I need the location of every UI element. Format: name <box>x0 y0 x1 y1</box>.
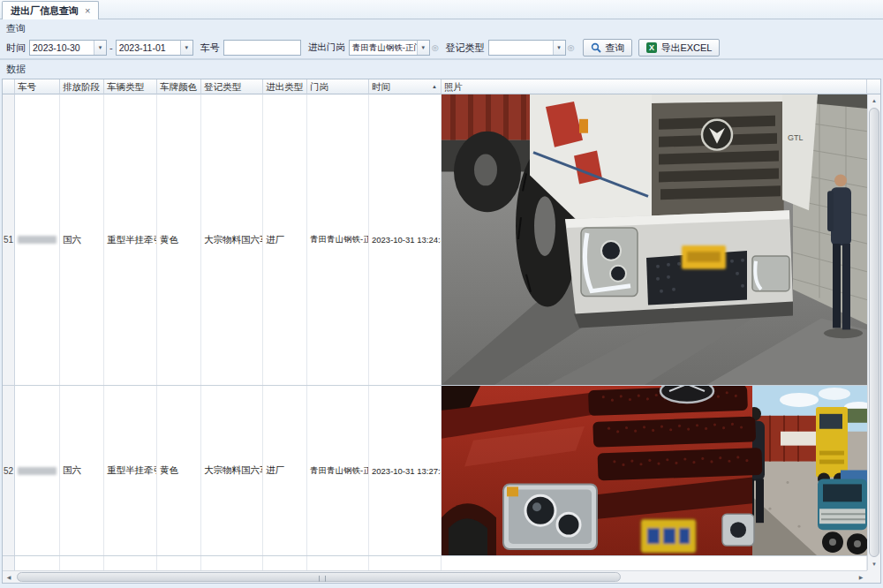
query-panel: 查询 时间 2023-10-30 ▾ - 2023-11-01 ▾ 车号 进出门… <box>0 19 883 60</box>
table-row[interactable]: 51 国六 重型半挂牵引车 黄色 大宗物料国六车 进厂 青田青山钢铁-正门 20… <box>3 94 880 386</box>
row-number-header <box>3 79 15 94</box>
redacted-plate <box>18 467 57 475</box>
scrollbar-corner <box>867 570 880 583</box>
plate-color-cell: 黄色 <box>157 94 201 385</box>
tab-entry-exit-query[interactable]: 进出厂信息查询 × <box>2 1 99 19</box>
gate-cell: 青田青山钢铁-正门 <box>307 386 369 555</box>
header-filler <box>867 79 880 94</box>
clear-icon[interactable]: ◎ <box>432 43 439 52</box>
truck-photo-2 <box>442 386 867 555</box>
search-button-label: 查询 <box>605 41 624 55</box>
chevron-down-icon[interactable]: ▾ <box>94 41 106 55</box>
time-cell: 2023-10-31 13:24:47 <box>369 94 442 385</box>
scroll-down-icon[interactable]: ▼ <box>868 558 880 570</box>
plate-cell <box>15 386 60 555</box>
data-panel: 数据 车号 排放阶段 车辆类型 车牌颜色 登记类型 进出类型 门岗 时间 ▲ 照… <box>0 60 883 588</box>
vehicle-type-cell: 重型半挂牵引车 <box>104 386 157 555</box>
reg-type-cell: 大宗物料国六车 <box>201 386 263 555</box>
plate-input[interactable] <box>223 40 301 56</box>
date-from-value: 2023-10-30 <box>30 42 94 53</box>
chevron-down-icon[interactable]: ▾ <box>417 41 429 55</box>
col-header-time[interactable]: 时间 ▲ <box>369 79 442 94</box>
gate-cell: 青田青山钢铁-正门 <box>307 94 369 385</box>
query-fields-row: 时间 2023-10-30 ▾ - 2023-11-01 ▾ 车号 进出门岗 青… <box>6 39 720 57</box>
results-grid: 车号 排放阶段 车辆类型 车牌颜色 登记类型 进出类型 门岗 时间 ▲ 照片 5… <box>2 79 881 584</box>
vehicle-type-cell: 重型半挂牵引车 <box>104 94 157 385</box>
svg-text:GTL: GTL <box>788 133 804 142</box>
search-icon <box>591 42 601 53</box>
clear-icon[interactable]: ◎ <box>568 43 575 52</box>
time-cell: 2023-10-31 13:27:40 <box>369 386 442 555</box>
scroll-thumb-grip <box>319 576 326 582</box>
scroll-left-icon[interactable]: ◀ <box>3 571 15 583</box>
data-group-title: 数据 <box>6 63 26 76</box>
plate-cell <box>15 94 60 385</box>
inout-type-cell: 进厂 <box>263 386 307 555</box>
horizontal-scroll-thumb[interactable] <box>17 572 621 582</box>
truck-photo-white-foton: GTL <box>442 94 867 385</box>
close-icon[interactable]: × <box>85 6 90 16</box>
plate-color-cell: 黄色 <box>157 386 201 555</box>
truck-photo-1: GTL <box>442 94 867 385</box>
col-header-reg-type[interactable]: 登记类型 <box>201 79 263 94</box>
grid-header-row: 车号 排放阶段 车辆类型 车牌颜色 登记类型 进出类型 门岗 时间 ▲ 照片 <box>3 79 880 94</box>
search-button[interactable]: 查询 <box>583 39 632 57</box>
horizontal-scrollbar[interactable]: ◀ ▶ <box>3 570 867 583</box>
plate-label: 车号 <box>200 41 220 55</box>
redacted-plate <box>18 236 57 244</box>
tab-bar: 进出厂信息查询 × <box>0 0 883 19</box>
emission-cell: 国六 <box>60 94 104 385</box>
col-header-time-label: 时间 <box>372 81 390 92</box>
col-header-emission[interactable]: 排放阶段 <box>60 79 104 94</box>
col-header-plate[interactable]: 车号 <box>15 79 60 94</box>
emission-cell: 国六 <box>60 386 104 555</box>
scroll-right-icon[interactable]: ▶ <box>855 571 867 583</box>
query-group-title: 查询 <box>6 22 26 35</box>
regtype-select[interactable]: ▾ <box>488 40 566 56</box>
tab-title: 进出厂信息查询 <box>11 4 79 18</box>
excel-icon <box>646 42 657 53</box>
gate-label: 进出门岗 <box>308 41 345 54</box>
col-header-gate[interactable]: 门岗 <box>307 79 369 94</box>
gate-value: 青田青山钢铁-正门 <box>350 42 417 54</box>
scroll-up-icon[interactable]: ▲ <box>868 94 880 107</box>
export-excel-button[interactable]: 导出EXCEL <box>638 39 720 57</box>
col-header-plate-color[interactable]: 车牌颜色 <box>157 79 201 94</box>
reg-type-cell: 大宗物料国六车 <box>201 94 263 385</box>
date-to-picker[interactable]: 2023-11-01 ▾ <box>116 40 193 56</box>
chevron-down-icon[interactable]: ▾ <box>180 41 192 55</box>
inout-type-cell: 进厂 <box>263 94 307 385</box>
truck-photo-red-faw <box>442 386 867 555</box>
chevron-down-icon[interactable]: ▾ <box>553 41 565 55</box>
date-from-picker[interactable]: 2023-10-30 ▾ <box>29 40 107 56</box>
time-label: 时间 <box>6 41 26 55</box>
vertical-scroll-thumb[interactable] <box>869 108 879 557</box>
row-number-cell: 51 <box>3 94 15 385</box>
col-header-inout-type[interactable]: 进出类型 <box>263 79 307 94</box>
date-to-value: 2023-11-01 <box>117 42 180 53</box>
export-button-label: 导出EXCEL <box>660 41 712 55</box>
table-row[interactable]: 52 国六 重型半挂牵引车 黄色 大宗物料国六车 进厂 青田青山钢铁-正门 20… <box>3 386 880 556</box>
gate-select[interactable]: 青田青山钢铁-正门 ▾ <box>349 40 430 56</box>
regtype-label: 登记类型 <box>446 41 485 55</box>
col-header-vehicle-type[interactable]: 车辆类型 <box>104 79 157 94</box>
sort-asc-icon: ▲ <box>432 84 437 89</box>
date-range-separator: - <box>109 42 113 53</box>
row-number-cell: 52 <box>3 386 15 555</box>
col-header-photo[interactable]: 照片 <box>442 79 867 94</box>
vertical-scrollbar[interactable]: ▲ ▼ <box>867 94 880 570</box>
